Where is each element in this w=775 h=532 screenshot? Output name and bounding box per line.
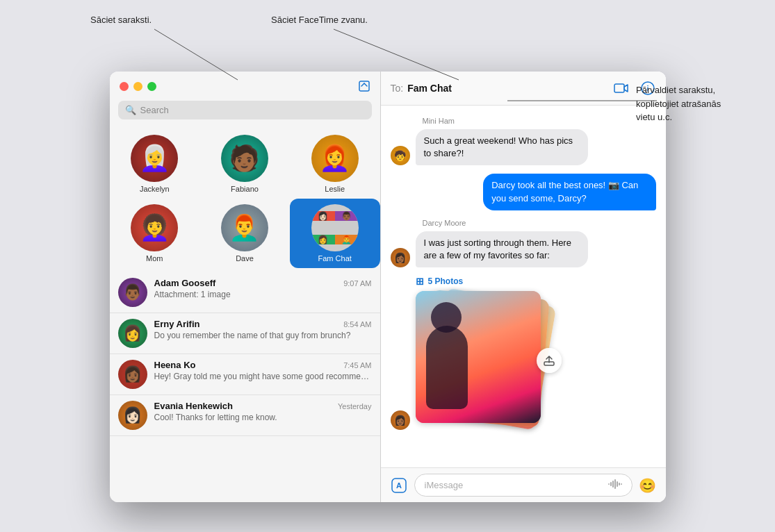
message-input-field[interactable]: iMessage — [414, 474, 633, 497]
message-row-darcy: 👩🏾 I was just sorting through them. Here… — [391, 231, 656, 267]
chat-avatar-evania: 👩🏻 — [118, 401, 147, 430]
svg-rect-3 — [359, 81, 369, 91]
chat-avatar-adam: 👨🏾 — [118, 278, 147, 307]
chat-time-heena: 7:45 AM — [343, 361, 371, 369]
to-label: To: — [391, 83, 404, 94]
chat-preview-erny: Do you remember the name of that guy fro… — [154, 331, 372, 340]
info-button[interactable] — [639, 80, 656, 97]
svg-rect-19 — [621, 483, 622, 485]
app-window: 🔍 Search 👩‍🦳 Jackelyn 🧑🏾 Fabiano 👩‍🦰 Les… — [110, 72, 666, 502]
pinned-name-famchat: Fam Chat — [318, 254, 352, 263]
message-input-placeholder: iMessage — [425, 480, 464, 490]
msg-avatar-darcy: 👩🏾 — [391, 248, 410, 267]
chat-avatar-heena: 👩🏾 — [118, 360, 147, 389]
chat-item-erny[interactable]: 👩 Erny Arifin 8:54 AM Do you remember th… — [110, 313, 380, 354]
annotation-start-list: Sāciet saraksti. — [90, 14, 152, 26]
svg-point-9 — [647, 85, 648, 87]
chat-info-heena: Heena Ko 7:45 AM Hey! Gray told me you m… — [154, 360, 372, 381]
message-bubble-miniham: Such a great weekend! Who has pics to sh… — [416, 129, 588, 165]
minimize-button[interactable] — [133, 82, 142, 91]
pinned-name-mom: Mom — [146, 254, 163, 263]
main-wrapper: Sāciet saraksti. Sāciet FaceTime zvanu. … — [0, 0, 775, 532]
svg-rect-16 — [614, 479, 616, 489]
msg-avatar-miniham: 🧒 — [391, 146, 410, 165]
search-bar[interactable]: 🔍 Search — [118, 101, 372, 119]
app-store-button[interactable]: A — [389, 476, 409, 495]
search-icon: 🔍 — [125, 105, 136, 115]
message-text-outgoing: Darcy took all the best ones! 📷 Can you … — [491, 180, 638, 203]
svg-rect-6 — [614, 84, 624, 92]
pinned-item-dave[interactable]: 👨‍🦰 Dave — [199, 199, 290, 268]
input-bar: A iMessage — [381, 467, 666, 502]
chat-header-row-erny: Erny Arifin 8:54 AM — [154, 319, 372, 329]
chat-time-erny: 8:54 AM — [343, 320, 371, 329]
chat-name-heena: Heena Ko — [154, 360, 196, 370]
photo-share-button[interactable] — [537, 348, 562, 373]
chat-item-heena[interactable]: 👩🏾 Heena Ko 7:45 AM Hey! Gray told me yo… — [110, 354, 380, 395]
chat-info-erny: Erny Arifin 8:54 AM Do you remember the … — [154, 319, 372, 340]
svg-rect-15 — [612, 481, 614, 488]
pinned-item-famchat[interactable]: 👩🏻 👨🏾 👩 👨‍🦰 Fam Chat — [290, 199, 380, 268]
photos-label: ⊞ 5 Photos — [416, 276, 555, 287]
messages-area: Mini Ham 🧒 Such a great weekend! Who has… — [381, 106, 666, 467]
search-input[interactable]: Search — [140, 105, 169, 115]
message-text-darcy: I was just sorting through them. Here ar… — [424, 238, 571, 260]
annotation-start-facetime: Sāciet FaceTime zvanu. — [271, 14, 368, 26]
pinned-avatar-jackelyn: 👩‍🦳 — [131, 135, 178, 182]
message-row-outgoing: Darcy took all the best ones! 📷 Can you … — [391, 174, 656, 210]
message-text-miniham: Such a great weekend! Who has pics to sh… — [424, 135, 573, 158]
photos-area: ⊞ 5 Photos — [416, 276, 656, 430]
pinned-item-mom[interactable]: 👩‍🦱 Mom — [110, 199, 200, 268]
chat-header-row-adam: Adam Gooseff 9:07 AM — [154, 278, 372, 288]
chat-info-adam: Adam Gooseff 9:07 AM Attachment: 1 image — [154, 278, 372, 299]
message-bubble-darcy: I was just sorting through them. Here ar… — [416, 231, 588, 267]
pinned-avatar-famchat: 👩🏻 👨🏾 👩 👨‍🦰 — [311, 204, 359, 251]
facetime-button[interactable] — [613, 80, 630, 97]
chat-name-erny: Erny Arifin — [154, 319, 200, 329]
chat-preview-heena: Hey! Gray told me you might have some go… — [154, 372, 372, 381]
chat-time-evania: Yesterday — [338, 402, 372, 410]
pinned-name-leslie: Leslie — [325, 185, 345, 193]
chat-item-adam[interactable]: 👨🏾 Adam Gooseff 9:07 AM Attachment: 1 im… — [110, 272, 380, 313]
photo-stack[interactable] — [416, 291, 555, 430]
chat-header-to: To: Fam Chat — [391, 83, 452, 94]
msg-avatar-darcy-bottom: 👩🏾 — [391, 410, 410, 430]
chat-time-adam: 9:07 AM — [343, 279, 371, 288]
photo-card-front — [416, 291, 541, 423]
message-bubble-outgoing: Darcy took all the best ones! 📷 Can you … — [483, 174, 655, 210]
pinned-item-leslie[interactable]: 👩‍🦰 Leslie — [290, 129, 380, 199]
chat-header: To: Fam Chat — [381, 72, 666, 106]
pinned-section: 👩‍🦳 Jackelyn 🧑🏾 Fabiano 👩‍🦰 Leslie 👩‍🦱 M… — [110, 125, 380, 272]
svg-text:A: A — [396, 481, 402, 490]
chat-avatar-erny: 👩 — [118, 319, 147, 348]
sender-label-darcy: Darcy Moore — [423, 219, 466, 227]
chat-info-evania: Evania Henkewich Yesterday Cool! Thanks … — [154, 401, 372, 422]
photos-content: ⊞ 5 Photos — [416, 276, 555, 430]
message-row-miniham: 🧒 Such a great weekend! Who has pics to … — [391, 129, 656, 165]
sidebar-titlebar — [110, 72, 380, 98]
svg-rect-10 — [544, 362, 554, 365]
main-chat: To: Fam Chat — [381, 72, 666, 502]
svg-line-4 — [361, 83, 364, 86]
pinned-avatar-leslie: 👩‍🦰 — [311, 135, 359, 182]
emoji-button[interactable]: 😊 — [638, 476, 658, 495]
chat-item-evania[interactable]: 👩🏻 Evania Henkewich Yesterday Cool! Than… — [110, 395, 380, 436]
compose-button[interactable] — [358, 80, 370, 92]
chat-preview-evania: Cool! Thanks for letting me know. — [154, 413, 372, 422]
chat-header-actions — [613, 80, 656, 97]
svg-rect-17 — [617, 481, 618, 487]
pinned-avatar-dave: 👨‍🦰 — [221, 204, 268, 251]
pinned-item-jackelyn[interactable]: 👩‍🦳 Jackelyn — [110, 129, 200, 199]
pinned-item-fabiano[interactable]: 🧑🏾 Fabiano — [199, 129, 290, 199]
traffic-lights — [120, 82, 156, 91]
svg-rect-14 — [610, 482, 612, 486]
chat-list: 👨🏾 Adam Gooseff 9:07 AM Attachment: 1 im… — [110, 272, 380, 502]
sidebar: 🔍 Search 👩‍🦳 Jackelyn 🧑🏾 Fabiano 👩‍🦰 Les… — [110, 72, 381, 502]
pinned-avatar-fabiano: 🧑🏾 — [221, 135, 268, 182]
svg-rect-18 — [619, 483, 620, 485]
close-button[interactable] — [120, 82, 129, 91]
pinned-name-jackelyn: Jackelyn — [140, 185, 170, 193]
fullscreen-button[interactable] — [147, 82, 156, 91]
pinned-name-dave: Dave — [236, 254, 254, 263]
pinned-name-fabiano: Fabiano — [231, 185, 259, 193]
